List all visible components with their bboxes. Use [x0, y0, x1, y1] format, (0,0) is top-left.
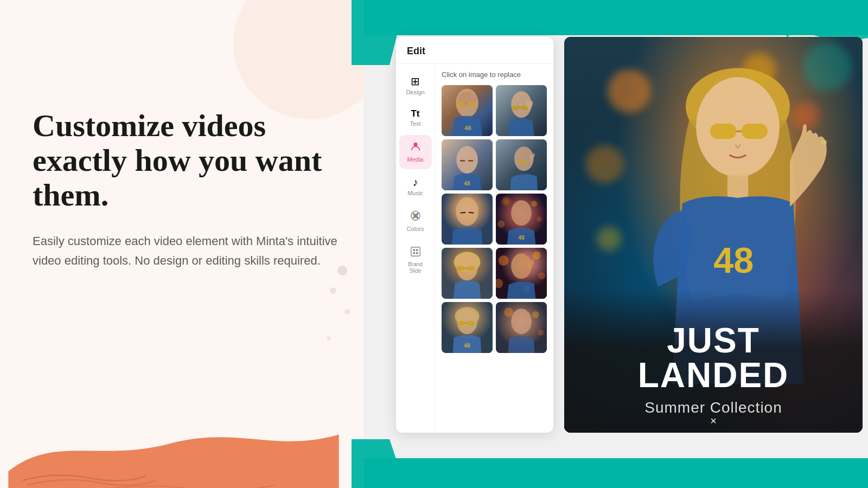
svg-point-4 [416, 213, 418, 215]
deco-dot-4 [327, 336, 331, 341]
text-icon: Tt [411, 109, 419, 118]
media-thumb-7[interactable] [442, 248, 493, 299]
svg-point-66 [504, 307, 513, 317]
bokeh-6 [597, 227, 621, 251]
edit-panel: Edit ⊞ Design Tt Text [396, 37, 553, 433]
svg-text:48: 48 [464, 125, 471, 131]
edit-panel-title: Edit [407, 46, 425, 56]
media-thumb-5[interactable] [442, 194, 493, 245]
teal-bottom-bar [363, 458, 868, 488]
svg-point-57 [511, 253, 532, 279]
sidebar-item-brand-slide[interactable]: BrandSlide [399, 240, 432, 280]
media-grid: 48 [442, 85, 547, 353]
music-label: Music [407, 190, 423, 197]
media-thumb-10[interactable] [496, 302, 547, 353]
preview-main-text: JUST LANDED [586, 323, 841, 393]
bokeh-4 [586, 145, 624, 183]
svg-rect-8 [413, 249, 415, 251]
preview-area: 48 JUST LANDED Summer Collection × [564, 37, 863, 433]
media-thumb-4[interactable] [496, 139, 547, 190]
svg-rect-16 [467, 101, 475, 106]
svg-point-35 [456, 197, 478, 226]
svg-point-6 [416, 217, 418, 219]
svg-rect-75 [727, 174, 748, 198]
media-icon [410, 140, 422, 154]
colors-icon [410, 210, 422, 223]
svg-line-36 [461, 213, 465, 213]
svg-point-0 [413, 143, 417, 146]
svg-rect-10 [413, 252, 415, 254]
svg-point-42 [497, 221, 505, 228]
left-content: Customize videos exactly how you want th… [33, 108, 342, 270]
svg-point-67 [532, 311, 539, 318]
right-section: Edit ⊞ Design Tt Text [363, 0, 868, 488]
media-thumb-3[interactable]: 48 [442, 139, 493, 190]
deco-dot-2 [330, 287, 336, 294]
teal-swoosh-left-bottom [352, 439, 406, 488]
svg-point-25 [456, 146, 477, 174]
svg-rect-9 [416, 249, 418, 251]
design-icon: ⊞ [411, 76, 420, 87]
deco-dot-3 [344, 309, 350, 314]
sidebar-nav: ⊞ Design Tt Text Media [396, 64, 435, 429]
preview-close-button[interactable]: × [710, 415, 717, 427]
preview-text-overlay: JUST LANDED Summer Collection × [564, 291, 863, 433]
svg-text:48: 48 [518, 235, 525, 241]
sidebar-item-text[interactable]: Tt Text [399, 104, 432, 133]
sidebar-item-design[interactable]: ⊞ Design [399, 70, 432, 101]
preview-background: 48 JUST LANDED Summer Collection × [564, 37, 863, 433]
svg-rect-48 [457, 266, 464, 271]
svg-point-41 [537, 216, 541, 221]
svg-point-54 [538, 272, 545, 279]
edit-panel-body: ⊞ Design Tt Text Media [396, 64, 553, 429]
text-label: Text [410, 120, 420, 127]
svg-point-69 [511, 309, 532, 334]
media-thumb-8[interactable] [496, 248, 547, 299]
svg-rect-15 [457, 101, 465, 106]
brand-slide-label: BrandSlide [408, 261, 423, 274]
sidebar-item-media[interactable]: Media [399, 135, 432, 169]
svg-rect-33 [519, 160, 526, 164]
svg-line-37 [469, 213, 474, 213]
design-label: Design [406, 89, 424, 96]
svg-point-5 [412, 217, 414, 219]
teal-swoosh-left [352, 0, 406, 65]
media-thumb-1[interactable]: 48 [442, 85, 493, 136]
colors-label: Colors [407, 226, 424, 233]
svg-rect-11 [416, 252, 418, 254]
media-area[interactable]: Click on image to replace [435, 64, 553, 429]
preview-sub-text: Summer Collection [586, 399, 841, 416]
svg-rect-21 [512, 106, 519, 110]
media-thumb-2[interactable] [496, 85, 547, 136]
media-thumb-9[interactable]: 48 [442, 302, 493, 353]
svg-rect-73 [741, 124, 768, 139]
orange-blob [0, 380, 363, 488]
svg-point-53 [533, 252, 541, 260]
media-label: Media [407, 156, 424, 163]
svg-point-39 [502, 197, 510, 206]
music-icon: ♪ [413, 177, 418, 188]
media-thumb-6[interactable]: 48 [496, 194, 547, 245]
svg-point-71 [696, 77, 780, 177]
sidebar-item-music[interactable]: ♪ Music [399, 171, 432, 202]
svg-rect-72 [710, 124, 737, 139]
svg-text:48: 48 [713, 240, 754, 280]
svg-rect-62 [467, 321, 474, 325]
edit-panel-header: Edit [396, 37, 553, 64]
sub-text: Easily customize each video element with… [33, 232, 342, 269]
svg-point-52 [499, 255, 509, 266]
svg-point-77 [821, 139, 827, 145]
media-hint: Click on image to replace [442, 70, 547, 79]
svg-rect-49 [467, 266, 475, 271]
sidebar-item-colors[interactable]: Colors [399, 204, 432, 238]
main-heading: Customize videos exactly how you want th… [33, 108, 342, 212]
deco-circle [233, 0, 363, 119]
svg-text:48: 48 [464, 181, 470, 187]
svg-point-40 [531, 201, 537, 207]
svg-point-68 [538, 330, 544, 336]
svg-point-43 [511, 200, 532, 226]
left-section: Customize videos exactly how you want th… [0, 0, 363, 488]
svg-text:48: 48 [464, 343, 470, 349]
brand-slide-icon [410, 246, 422, 259]
svg-rect-7 [411, 247, 420, 256]
